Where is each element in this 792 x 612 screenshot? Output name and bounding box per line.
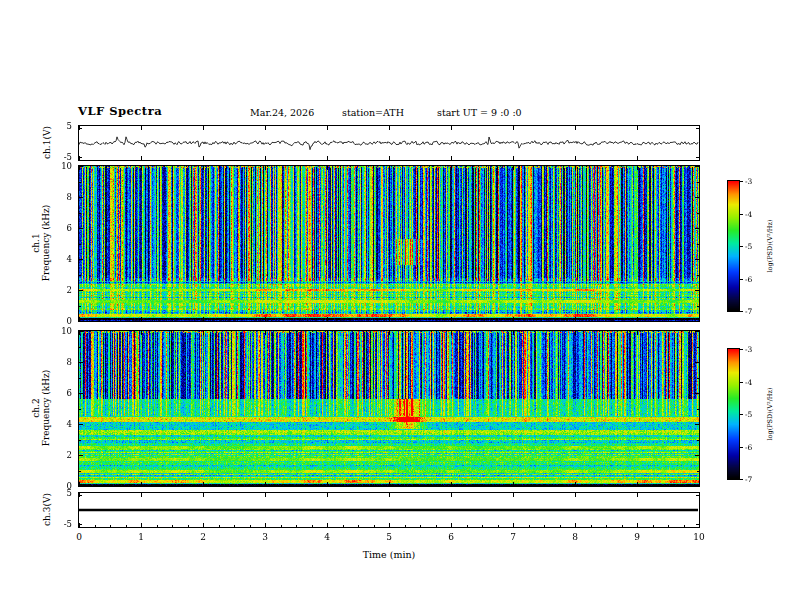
x-tick [637,331,638,335]
ch1-waveform-canvas [79,126,699,160]
x-minor-tick [668,525,669,527]
x-tick [637,166,638,170]
y-tick [696,128,699,129]
x-tick [389,331,390,335]
colorbar-tick-label: -3 [745,345,763,354]
x-minor-tick [606,525,607,527]
x-tick [699,317,700,321]
x-tick [575,523,576,527]
y-tick [695,331,699,332]
freq-tick-label: 6 [50,223,72,233]
colorbar-tick-label: -5 [745,242,763,251]
x-tick [141,156,142,160]
x-tick [203,126,204,130]
y-tick [79,440,81,441]
y-tick [79,228,83,229]
x-tick [265,493,266,497]
x-tick-label: 7 [503,532,523,542]
x-minor-tick [622,525,623,527]
x-tick [513,482,514,486]
x-tick [513,126,514,130]
y-tick [697,275,699,276]
y-tick [79,347,81,348]
x-tick [265,126,266,130]
x-tick [327,317,328,321]
x-minor-tick [653,525,654,527]
x-tick [637,126,638,130]
ch1-spectrogram-canvas [79,166,699,321]
x-tick [203,523,204,527]
y-tick [695,290,699,291]
x-minor-tick [420,525,421,527]
x-tick [637,493,638,497]
x-tick [637,482,638,486]
x-tick [389,523,390,527]
x-tick [141,331,142,335]
x-tick-label: 3 [255,532,275,542]
x-minor-tick [296,525,297,527]
wave-tick-label: 5 [50,488,72,498]
ch1-spectrogram-panel [78,165,700,322]
x-tick [141,482,142,486]
wave-tick-label: 5 [50,121,72,131]
freq-tick-label: 0 [50,316,72,326]
ch1-frequency-axis-label: ch.1 Frequency (kHz) [31,165,51,322]
x-minor-tick [482,525,483,527]
ch3-waveform-canvas [79,493,699,527]
x-minor-tick [219,525,220,527]
x-tick-label: 9 [627,532,647,542]
y-tick [79,306,81,307]
y-tick [695,424,699,425]
ch2-frequency-axis-label-line2: Frequency (kHz) [41,330,51,487]
y-tick [79,182,81,183]
x-tick [513,493,514,497]
x-tick [451,156,452,160]
x-tick-label: 5 [379,532,399,542]
y-tick [697,440,699,441]
y-tick [79,321,83,322]
y-tick [695,259,699,260]
y-tick [696,524,699,525]
x-tick-label: 2 [193,532,213,542]
figure-title: VLF Spectra [78,104,162,118]
y-tick [697,471,699,472]
x-tick [141,493,142,497]
x-minor-tick [591,525,592,527]
x-tick [575,493,576,497]
header-start-ut: start UT = 9 :0 :0 [437,107,522,118]
x-tick [265,156,266,160]
x-tick [265,331,266,335]
x-tick [327,156,328,160]
x-minor-tick [684,525,685,527]
x-tick [451,166,452,170]
freq-tick-label: 8 [50,357,72,367]
x-tick [513,523,514,527]
x-minor-tick [436,525,437,527]
colorbar-tick [740,246,743,247]
y-tick [695,393,699,394]
x-tick [513,331,514,335]
y-tick [79,290,83,291]
colorbar-tick [740,311,743,312]
y-tick [79,486,83,487]
x-tick [699,156,700,160]
x-tick [451,331,452,335]
y-tick [697,378,699,379]
colorbar-tick [740,181,743,182]
x-minor-tick [250,525,251,527]
y-tick [697,213,699,214]
y-tick [696,495,699,496]
x-minor-tick [405,525,406,527]
x-minor-tick [234,525,235,527]
x-tick [451,482,452,486]
freq-tick-label: 4 [50,419,72,429]
colorbar-tick [740,214,743,215]
y-tick [79,362,83,363]
x-tick [575,126,576,130]
y-tick [695,486,699,487]
y-tick [696,157,699,158]
freq-tick-label: 8 [50,192,72,202]
y-tick [697,182,699,183]
wave-tick-label: -5 [50,519,72,529]
ch1-frequency-axis-label-line1: ch.1 [31,165,41,322]
